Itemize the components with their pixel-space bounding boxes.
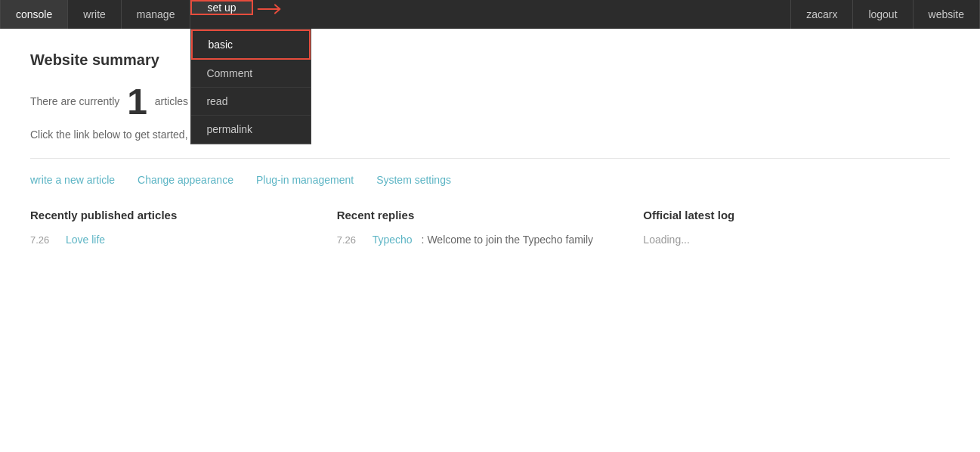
nav-setup-wrapper: set up basic Comment read permalink — [190, 0, 252, 29]
summary-prefix: There are currently — [30, 95, 119, 107]
nav-setup[interactable]: set up — [190, 0, 252, 15]
recently-published-section: Recently published articles 7.26 Love li… — [30, 209, 337, 253]
official-log-status: Loading... — [643, 234, 935, 246]
nav-manage[interactable]: manage — [122, 0, 191, 29]
nav-logout[interactable]: logout — [853, 0, 913, 29]
dropdown-comment[interactable]: Comment — [191, 60, 311, 88]
main-content: Website summary There are currently 1 ar… — [0, 29, 980, 452]
recent-replies-title: Recent replies — [337, 209, 629, 221]
dropdown-permalink[interactable]: permalink — [191, 116, 311, 144]
nav-right: zacarx logout website — [790, 0, 980, 29]
divider — [30, 158, 950, 159]
article-date: 7.26 — [30, 234, 57, 246]
nav-console[interactable]: console — [0, 0, 68, 29]
official-log-section: Official latest log Loading... — [643, 209, 950, 253]
nav-user[interactable]: zacarx — [790, 0, 853, 29]
link-change-appearance[interactable]: Change appearance — [138, 174, 233, 186]
sections: Recently published articles 7.26 Love li… — [30, 209, 950, 253]
arrow-annotation — [257, 2, 287, 17]
reply-text: : Welcome to join the Typecho family — [422, 234, 593, 246]
reply-item: 7.26 Typecho : Welcome to join the Typec… — [337, 234, 629, 246]
link-write-new[interactable]: write a new article — [30, 174, 115, 186]
link-system-settings[interactable]: System settings — [376, 174, 451, 186]
summary-line1: There are currently 1 articles and 1 cat… — [30, 84, 950, 120]
setup-dropdown: basic Comment read permalink — [190, 29, 311, 144]
recent-replies-section: Recent replies 7.26 Typecho : Welcome to… — [337, 209, 644, 253]
summary-count1: 1 — [127, 84, 147, 120]
article-link[interactable]: Love life — [66, 234, 105, 246]
article-item: 7.26 Love life — [30, 234, 322, 246]
link-plugin-management[interactable]: Plug-in management — [256, 174, 354, 186]
nav-left: console write manage set up basic Commen… — [0, 0, 253, 29]
dropdown-read[interactable]: read — [191, 88, 311, 116]
recently-published-title: Recently published articles — [30, 209, 322, 221]
page-title: Website summary — [30, 51, 950, 69]
reply-date: 7.26 — [337, 234, 363, 246]
official-log-title: Official latest log — [643, 209, 935, 221]
nav-website[interactable]: website — [914, 0, 980, 29]
top-nav: console write manage set up basic Commen… — [0, 0, 980, 29]
nav-write[interactable]: write — [68, 0, 122, 29]
quick-links: write a new article Change appearance Pl… — [30, 174, 950, 186]
reply-author[interactable]: Typecho — [373, 234, 413, 246]
summary-line2: Click the link below to get started, enj… — [30, 126, 950, 143]
dropdown-basic[interactable]: basic — [191, 29, 311, 60]
